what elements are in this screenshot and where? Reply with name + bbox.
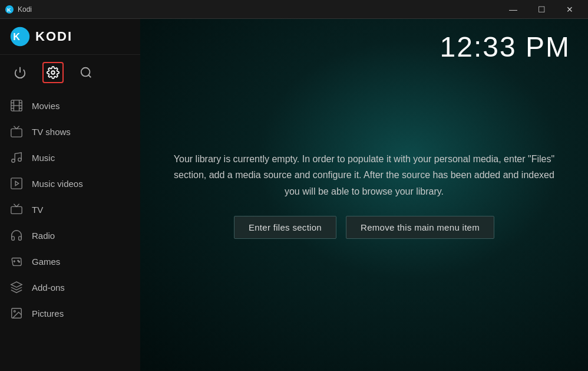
nav-label-addons: Add-ons (32, 283, 65, 293)
nav-item-games[interactable]: Games (0, 248, 140, 274)
svg-text:K: K (13, 31, 20, 42)
nav-label-tv: TV (32, 205, 43, 215)
tv-icon (9, 202, 24, 216)
svg-text:K: K (7, 7, 11, 13)
sidebar-actions (0, 55, 140, 90)
kodi-logo-icon: K (9, 26, 31, 47)
nav-label-tvshows: TV shows (32, 127, 71, 137)
title-bar-controls: — ☐ ✕ (500, 0, 583, 19)
nav-item-movies[interactable]: Movies (0, 93, 140, 119)
svg-point-5 (51, 71, 55, 74)
svg-marker-20 (15, 181, 19, 185)
power-button[interactable] (9, 62, 31, 83)
close-button[interactable]: ✕ (556, 0, 583, 19)
nav-item-addons[interactable]: Add-ons (0, 274, 140, 300)
svg-point-6 (81, 68, 90, 77)
svg-rect-19 (11, 178, 22, 189)
nav-item-tvshows[interactable]: TV shows (0, 119, 140, 145)
pictures-icon (9, 306, 24, 320)
library-content: Your library is currently empty. In orde… (158, 139, 570, 251)
nav-label-movies: Movies (32, 101, 60, 111)
musicvideos-icon (9, 176, 24, 191)
svg-line-7 (88, 75, 91, 77)
library-buttons: Enter files section Remove this main men… (170, 216, 559, 239)
svg-point-18 (18, 158, 22, 162)
tvshows-icon (9, 124, 24, 139)
time-display: 12:33 PM (440, 31, 570, 63)
svg-point-17 (12, 159, 15, 163)
kodi-logo-text: KODI (35, 29, 72, 44)
settings-button[interactable] (42, 62, 64, 83)
nav-item-pictures[interactable]: Pictures (0, 300, 140, 326)
addons-icon (9, 280, 24, 294)
kodi-logo: K KODI (9, 26, 72, 47)
nav-item-music[interactable]: Music (0, 145, 140, 170)
movies-icon (9, 99, 24, 113)
minimize-button[interactable]: — (500, 0, 527, 19)
search-button[interactable] (75, 62, 97, 83)
radio-icon (9, 228, 24, 242)
title-bar: K Kodi — ☐ ✕ (0, 0, 588, 19)
music-icon (9, 150, 24, 165)
nav-label-musicvideos: Music videos (32, 179, 83, 189)
svg-point-25 (19, 261, 20, 262)
svg-rect-21 (11, 206, 22, 214)
svg-point-24 (18, 260, 19, 261)
maximize-button[interactable]: ☐ (528, 0, 555, 19)
nav-label-music: Music (32, 153, 55, 163)
kodi-title-icon: K (5, 5, 14, 14)
nav-item-radio[interactable]: Radio (0, 222, 140, 248)
title-bar-left: K Kodi (5, 5, 32, 14)
svg-point-27 (14, 310, 15, 312)
app-container: K KODI (0, 19, 588, 371)
title-bar-title: Kodi (18, 5, 32, 14)
nav-item-tv[interactable]: TV (0, 196, 140, 222)
content-area: 12:33 PM Your library is currently empty… (140, 19, 588, 371)
svg-rect-16 (11, 129, 22, 137)
nav-list: Movies TV shows (0, 90, 140, 371)
nav-label-pictures: Pictures (32, 308, 64, 319)
remove-menu-item-button[interactable]: Remove this main menu item (346, 216, 494, 239)
nav-label-radio: Radio (32, 231, 55, 241)
enter-files-button[interactable]: Enter files section (234, 216, 336, 239)
sidebar: K KODI (0, 19, 140, 371)
nav-label-games: Games (32, 257, 60, 267)
sidebar-logo-area: K KODI (0, 19, 140, 55)
games-icon (9, 254, 24, 268)
library-text: Your library is currently empty. In orde… (170, 151, 559, 199)
nav-item-musicvideos[interactable]: Music videos (0, 170, 140, 196)
